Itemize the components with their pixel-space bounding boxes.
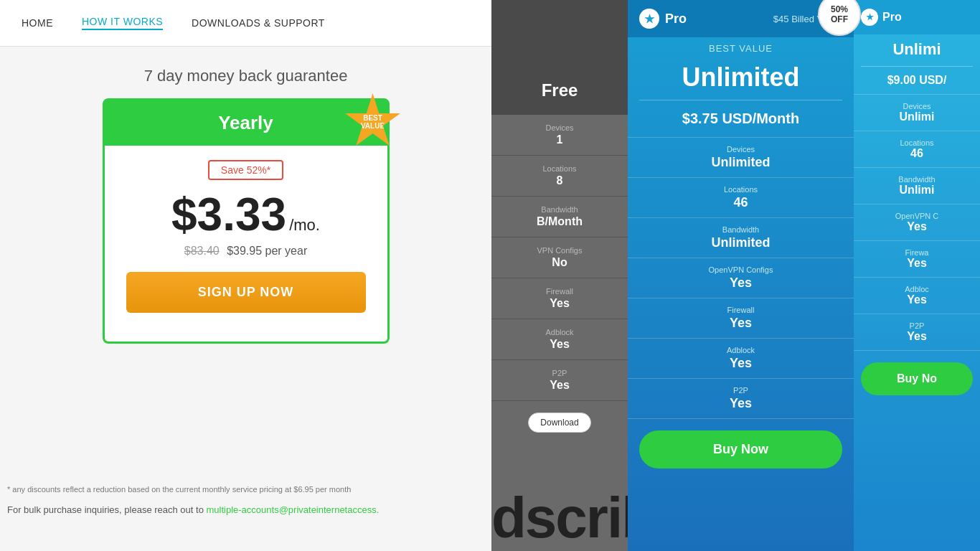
partial-openvpn: OpenVPN C Yes: [854, 204, 980, 241]
pro-partial-label: Pro: [882, 11, 902, 24]
partial-price-value: $9.00 USD/: [887, 74, 947, 86]
free-row-firewall: Firewall Yes: [491, 278, 628, 319]
partial-price: $9.00 USD/: [854, 67, 980, 95]
left-panel: HOME HOW IT WORKS DOWNLOADS & SUPPORT 7 …: [0, 0, 491, 551]
free-firewall-label: Firewall: [499, 287, 621, 296]
best-value-banner: BEST VALUE: [628, 37, 854, 60]
free-devices-label: Devices: [499, 123, 621, 132]
pro-row-openvpn: OpenVPN Configs Yes: [628, 258, 854, 298]
free-label: Free: [542, 80, 578, 100]
price-suffix: /mo.: [289, 216, 320, 235]
nav-downloads[interactable]: DOWNLOADS & SUPPORT: [192, 17, 325, 29]
partial-firewall: Firewa Yes: [854, 241, 980, 278]
pro-price: $3.75 USD/Month: [628, 100, 854, 138]
free-row-devices: Devices 1: [491, 115, 628, 156]
partial-adblock-value: Yes: [907, 293, 927, 306]
free-p2p-value: Yes: [550, 379, 570, 391]
partial-locations: Locations 46: [854, 131, 980, 168]
star-icon: ★: [639, 9, 659, 29]
pro-card-main: 50% OFF ★ Pro $45 Billed Yearly BEST VAL…: [628, 0, 854, 551]
free-download-area: Download: [491, 401, 628, 444]
unlimited-title: Unlimited: [639, 60, 842, 100]
pro-row-devices: Devices Unlimited: [628, 138, 854, 178]
free-row-locations: Locations 8: [491, 156, 628, 197]
card-body: Save 52%* $3.33 /mo. $83.40 $39.95 per y…: [105, 146, 387, 327]
pricing-area: BESTVALUE Yearly Save 52%* $3.33 /mo. $8…: [0, 98, 491, 344]
partial-devices-label: Devices: [861, 102, 973, 110]
pro-row-locations: Locations 46: [628, 178, 854, 218]
free-p2p-label: P2P: [499, 369, 621, 377]
card-header: Yearly: [105, 100, 387, 146]
partial-bandwidth-label: Bandwidth: [861, 175, 973, 184]
pro-row-firewall: Firewall Yes: [628, 298, 854, 339]
partial-p2p-value: Yes: [907, 330, 927, 342]
pro-firewall-label: Firewall: [639, 306, 842, 314]
pro-devices-value: Unlimited: [711, 155, 770, 169]
bulk-text: For bulk purchase inquiries, please reac…: [7, 504, 207, 515]
pro-adblock-label: Adblock: [639, 346, 842, 354]
bulk-email[interactable]: multiple-accounts@privateinternetaccess.: [207, 504, 380, 515]
free-vpn-value: No: [552, 256, 567, 268]
partial-p2p: P2P Yes: [854, 314, 980, 351]
pro-openvpn-label: OpenVPN Configs: [639, 265, 842, 274]
free-row-vpn: VPN Configs No: [491, 237, 628, 278]
yearly-card: BESTVALUE Yearly Save 52%* $3.33 /mo. $8…: [103, 98, 390, 344]
partial-adblock: Adbloc Yes: [854, 278, 980, 314]
pro-partial-top: ★ Pro: [854, 0, 980, 34]
free-adblock-label: Adblock: [499, 328, 621, 336]
free-firewall-value: Yes: [550, 297, 570, 309]
price-old: $83.40: [184, 245, 220, 257]
badge-off: OFF: [831, 14, 848, 24]
guarantee-text: 7 day money back guarantee: [0, 47, 491, 98]
pro-row-p2p: P2P Yes: [628, 379, 854, 419]
nav-home[interactable]: HOME: [22, 17, 53, 29]
partial-locations-label: Locations: [861, 138, 973, 147]
free-bandwidth-value: B/Month: [537, 215, 583, 227]
free-adblock-value: Yes: [550, 338, 570, 350]
pro-devices-label: Devices: [639, 145, 842, 154]
partial-devices: Devices Unlimi: [854, 95, 980, 131]
free-devices-value: 1: [557, 133, 563, 146]
badge-text: BESTVALUE: [361, 114, 385, 130]
pro-firewall-value: Yes: [730, 316, 752, 330]
partial-locations-value: 46: [910, 147, 923, 159]
price-sub: $83.40 $39.95 per year: [126, 245, 366, 258]
pro-top-wrapper: 50% OFF ★ Pro $45 Billed Yearly: [628, 0, 854, 37]
pro-adblock-value: Yes: [730, 356, 752, 370]
price-main: $3.33: [171, 192, 286, 237]
partial-buy-button[interactable]: Buy No: [861, 362, 973, 395]
free-vpn-label: VPN Configs: [499, 246, 621, 255]
partial-adblock-label: Adbloc: [861, 285, 973, 293]
pro-locations-label: Locations: [639, 185, 842, 194]
pro-locations-value: 46: [733, 195, 748, 209]
partial-p2p-label: P2P: [861, 321, 973, 330]
free-row-adblock: Adblock Yes: [491, 319, 628, 360]
pro-label: ★ Pro: [639, 9, 687, 29]
free-row-p2p: P2P Yes: [491, 360, 628, 401]
pro-p2p-value: Yes: [730, 396, 752, 410]
pro-plan-label: Pro: [665, 11, 687, 27]
signup-button[interactable]: SIGN UP NOW: [126, 272, 366, 313]
pro-row-adblock: Adblock Yes: [628, 339, 854, 379]
partial-bandwidth: Bandwidth Unlimi: [854, 168, 980, 204]
price-new: $39.95 per year: [227, 245, 307, 257]
nav-how-it-works[interactable]: HOW IT WORKS: [82, 16, 163, 30]
footer-note: * any discounts reflect a reduction base…: [0, 485, 491, 494]
partial-unlimited: Unlimi: [861, 34, 973, 67]
pro-bandwidth-value: Unlimited: [711, 235, 770, 250]
download-button[interactable]: Download: [528, 413, 590, 433]
partial-firewall-value: Yes: [907, 257, 927, 269]
badge-percent: 50%: [831, 4, 848, 14]
partial-bandwidth-value: Unlimi: [900, 184, 935, 196]
star-icon-sm: ★: [861, 9, 878, 26]
partial-firewall-label: Firewa: [861, 248, 973, 257]
save-badge: Save 52%*: [208, 160, 283, 180]
pro-p2p-label: P2P: [639, 386, 842, 395]
free-locations-label: Locations: [499, 164, 621, 173]
partial-openvpn-value: Yes: [907, 220, 927, 232]
free-column: Free Devices 1 Locations 8 Bandwidth B/M…: [491, 0, 628, 551]
pro-partial: ★ Pro Unlimi $9.00 USD/ Devices Unlimi L…: [854, 0, 980, 551]
pro-bandwidth-label: Bandwidth: [639, 225, 842, 234]
free-bandwidth-label: Bandwidth: [499, 205, 621, 214]
buy-now-button[interactable]: Buy Now: [639, 430, 842, 468]
